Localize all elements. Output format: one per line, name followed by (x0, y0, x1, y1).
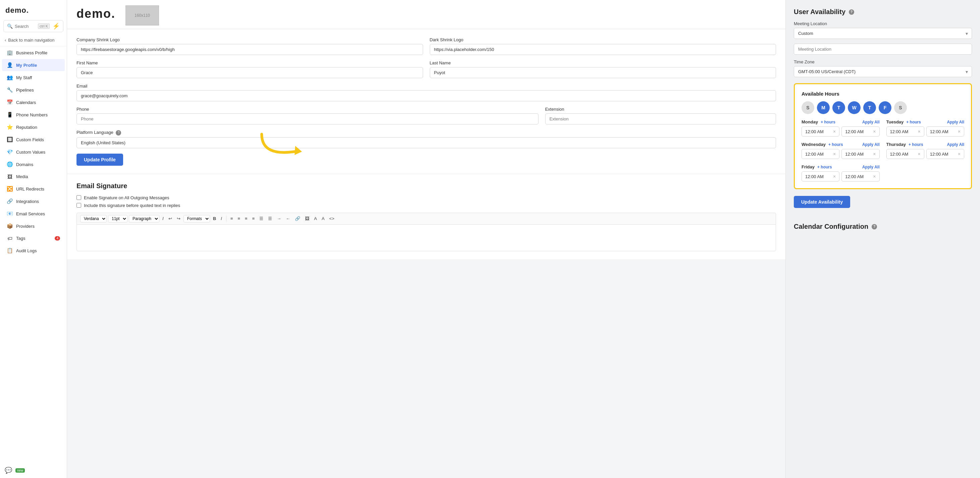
sig-checkbox1[interactable] (76, 195, 81, 200)
time-from-tuesday[interactable]: 12:00 AM × (886, 127, 924, 137)
sidebar-item-business-profile[interactable]: 🏢 Business Profile (2, 47, 65, 59)
editor-font-select[interactable]: Verdana (80, 215, 107, 222)
add-hours-wednesday[interactable]: + hours (828, 142, 843, 147)
sidebar-item-custom-fields[interactable]: 🔲 Custom Fields (2, 133, 65, 146)
sidebar-item-my-profile[interactable]: 👤 My Profile (2, 59, 65, 71)
apply-all-thursday[interactable]: Apply All (947, 142, 964, 147)
time-from-thursday[interactable]: 12:00 AM × (886, 149, 924, 159)
sidebar-item-calendars[interactable]: 📅 Calendars (2, 96, 65, 108)
clear-from-thursday[interactable]: × (918, 151, 921, 157)
clear-to-wednesday[interactable]: × (873, 151, 876, 157)
language-row: Platform Language ? (76, 130, 776, 148)
email-input[interactable] (76, 90, 776, 101)
calendar-config-help-icon[interactable]: ? (872, 224, 877, 229)
editor-font-color-btn[interactable]: A (312, 215, 319, 222)
editor-ul-btn[interactable]: ☰ (258, 215, 265, 222)
editor-align-justify-btn[interactable]: ≡ (250, 215, 256, 222)
editor-redo-btn[interactable]: ↪ (175, 215, 182, 222)
apply-all-monday[interactable]: Apply All (862, 120, 880, 124)
time-to-wednesday[interactable]: 12:00 AM × (842, 149, 879, 159)
sidebar-item-tags[interactable]: 🏷 Tags 4 (2, 232, 65, 244)
clear-from-tuesday[interactable]: × (918, 129, 921, 134)
editor-align-right-btn[interactable]: ≡ (243, 215, 249, 222)
time-from-friday[interactable]: 12:00 AM × (802, 172, 839, 181)
add-hours-thursday[interactable]: + hours (908, 142, 923, 147)
phone-input[interactable] (76, 113, 538, 124)
time-from-wednesday[interactable]: 12:00 AM × (802, 149, 839, 159)
day-button-3[interactable]: W (848, 101, 861, 114)
day-button-1[interactable]: M (817, 101, 830, 114)
language-input[interactable] (76, 137, 776, 148)
update-profile-button[interactable]: Update Profile (76, 154, 123, 166)
editor-bg-color-btn[interactable]: A (320, 215, 326, 222)
apply-all-friday[interactable]: Apply All (862, 165, 880, 169)
sidebar-item-phone-numbers[interactable]: 📱 Phone Numbers (2, 109, 65, 121)
availability-help-icon[interactable]: ? (849, 10, 854, 15)
time-to-friday[interactable]: 12:00 AM × (842, 172, 879, 181)
time-from-monday[interactable]: 12:00 AM × (802, 127, 839, 137)
sidebar-item-reputation[interactable]: ⭐ Reputation (2, 121, 65, 133)
editor-link-btn[interactable]: 🔗 (293, 215, 302, 222)
sidebar-item-pipelines[interactable]: 🔧 Pipelines (2, 84, 65, 96)
first-name-input[interactable] (76, 67, 423, 78)
sidebar-item-audit-logs[interactable]: 📋 Audit Logs (2, 245, 65, 257)
add-hours-tuesday[interactable]: + hours (906, 120, 921, 124)
day-button-2[interactable]: T (832, 101, 845, 114)
editor-undo-btn[interactable]: ↩ (167, 215, 174, 222)
search-bar[interactable]: 🔍 Search ctrl K ⚡ (3, 20, 64, 32)
email-signature-editor-body[interactable] (76, 224, 776, 251)
editor-align-center-btn[interactable]: ≡ (236, 215, 242, 222)
sig-checkbox1-row: Enable Signature on All Outgoing Message… (76, 195, 776, 200)
editor-code-btn[interactable]: <> (328, 215, 336, 222)
editor-bold-btn[interactable]: B (212, 215, 218, 222)
editor-align-left-btn[interactable]: ≡ (229, 215, 235, 222)
sidebar-item-providers[interactable]: 📦 Providers (2, 220, 65, 232)
editor-ol-btn[interactable]: ☰ (266, 215, 274, 222)
add-hours-monday[interactable]: + hours (821, 120, 835, 124)
time-to-tuesday[interactable]: 12:00 AM × (926, 127, 964, 137)
sig-checkbox2[interactable] (76, 203, 81, 208)
apply-all-wednesday[interactable]: Apply All (862, 142, 880, 147)
sidebar-item-domains[interactable]: 🌐 Domains (2, 158, 65, 170)
clear-to-friday[interactable]: × (873, 174, 876, 179)
clear-to-tuesday[interactable]: × (958, 129, 961, 134)
time-to-monday[interactable]: 12:00 AM × (842, 127, 879, 137)
last-name-input[interactable] (430, 67, 776, 78)
editor-indent-btn[interactable]: → (275, 215, 283, 222)
sidebar-item-media[interactable]: 🖼 Media (2, 171, 65, 183)
update-availability-button[interactable]: Update Availability (794, 196, 850, 208)
apply-all-tuesday[interactable]: Apply All (947, 120, 964, 124)
time-zone-select[interactable]: GMT-05:00 US/Central (CDT) (794, 66, 972, 77)
dark-shrink-logo-input[interactable] (430, 44, 776, 55)
sidebar-item-my-staff[interactable]: 👥 My Staff (2, 71, 65, 84)
clear-to-monday[interactable]: × (873, 129, 876, 134)
sidebar-item-custom-values[interactable]: 💎 Custom Values (2, 146, 65, 158)
editor-italic2-btn[interactable]: I (219, 215, 224, 222)
editor-image-btn[interactable]: 🖼 (303, 215, 311, 222)
editor-formats-select[interactable]: Formats (183, 215, 210, 222)
add-hours-friday[interactable]: + hours (817, 165, 832, 169)
sidebar-item-email-services[interactable]: 📧 Email Services (2, 208, 65, 220)
extension-input[interactable] (545, 113, 776, 124)
back-to-main-nav[interactable]: ‹ Back to main navigation (0, 34, 67, 46)
editor-italic-btn[interactable]: I (161, 215, 165, 222)
editor-paragraph-select[interactable]: Paragraph (129, 215, 159, 222)
day-button-5[interactable]: F (879, 101, 891, 114)
clear-from-monday[interactable]: × (833, 129, 836, 134)
chat-bubble[interactable]: 💬 new (0, 462, 67, 478)
company-shrink-logo-input[interactable] (76, 44, 423, 55)
time-to-thursday[interactable]: 12:00 AM × (926, 149, 964, 159)
clear-from-friday[interactable]: × (833, 174, 836, 179)
meeting-location-text-input[interactable] (794, 44, 972, 55)
day-button-6[interactable]: S (894, 101, 907, 114)
sidebar-item-url-redirects[interactable]: 🔀 URL Redirects (2, 183, 65, 195)
sidebar-item-integrations[interactable]: 🔗 Integrations (2, 195, 65, 207)
meeting-location-select[interactable]: Custom (794, 28, 972, 39)
clear-from-wednesday[interactable]: × (833, 151, 836, 157)
day-button-0[interactable]: S (802, 101, 814, 114)
language-help-icon[interactable]: ? (116, 130, 121, 135)
day-button-4[interactable]: T (863, 101, 876, 114)
editor-size-select[interactable]: 11pt (108, 215, 127, 222)
editor-outdent-btn[interactable]: ← (284, 215, 292, 222)
clear-to-thursday[interactable]: × (958, 151, 961, 157)
